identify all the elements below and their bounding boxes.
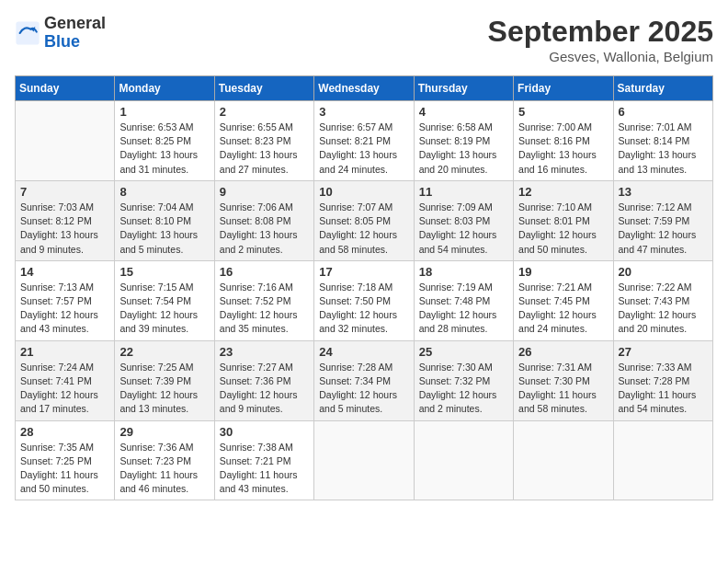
day-info: Sunrise: 6:53 AMSunset: 8:25 PMDaylight:… xyxy=(119,121,209,177)
day-number: 2 xyxy=(220,105,309,119)
day-number: 5 xyxy=(518,105,608,119)
calendar-cell: 29Sunrise: 7:36 AMSunset: 7:23 PMDayligh… xyxy=(115,420,214,500)
calendar: SundayMondayTuesdayWednesdayThursdayFrid… xyxy=(15,75,713,500)
day-info: Sunrise: 7:22 AMSunset: 7:43 PMDaylight:… xyxy=(619,281,708,337)
day-of-week-thursday: Thursday xyxy=(414,76,513,101)
day-info: Sunrise: 7:35 AMSunset: 7:25 PMDaylight:… xyxy=(20,441,109,497)
calendar-cell xyxy=(414,420,513,500)
day-of-week-saturday: Saturday xyxy=(613,76,712,101)
day-number: 24 xyxy=(319,345,408,359)
day-info: Sunrise: 6:58 AMSunset: 8:19 PMDaylight:… xyxy=(419,121,508,177)
calendar-cell: 18Sunrise: 7:19 AMSunset: 7:48 PMDayligh… xyxy=(414,260,513,340)
title-block: September 2025 Gesves, Wallonia, Belgium xyxy=(488,15,713,64)
calendar-cell: 20Sunrise: 7:22 AMSunset: 7:43 PMDayligh… xyxy=(613,260,712,340)
day-number: 28 xyxy=(20,425,109,439)
day-info: Sunrise: 7:33 AMSunset: 7:28 PMDaylight:… xyxy=(619,361,708,417)
calendar-cell: 7Sunrise: 7:03 AMSunset: 8:12 PMDaylight… xyxy=(16,180,115,260)
calendar-cell xyxy=(514,420,613,500)
day-of-week-monday: Monday xyxy=(115,76,214,101)
day-info: Sunrise: 7:03 AMSunset: 8:12 PMDaylight:… xyxy=(20,201,109,257)
week-row-5: 28Sunrise: 7:35 AMSunset: 7:25 PMDayligh… xyxy=(16,420,713,500)
day-info: Sunrise: 7:38 AMSunset: 7:21 PMDaylight:… xyxy=(220,441,309,497)
week-row-1: 1Sunrise: 6:53 AMSunset: 8:25 PMDaylight… xyxy=(16,101,713,181)
day-number: 29 xyxy=(119,425,209,439)
day-info: Sunrise: 7:01 AMSunset: 8:14 PMDaylight:… xyxy=(619,121,708,177)
day-number: 15 xyxy=(119,265,209,279)
day-number: 18 xyxy=(419,265,508,279)
calendar-cell: 8Sunrise: 7:04 AMSunset: 8:10 PMDaylight… xyxy=(115,180,214,260)
week-row-2: 7Sunrise: 7:03 AMSunset: 8:12 PMDaylight… xyxy=(16,180,713,260)
calendar-cell: 12Sunrise: 7:10 AMSunset: 8:01 PMDayligh… xyxy=(514,180,613,260)
day-number: 9 xyxy=(220,185,309,199)
calendar-cell: 30Sunrise: 7:38 AMSunset: 7:21 PMDayligh… xyxy=(214,420,313,500)
day-info: Sunrise: 7:04 AMSunset: 8:10 PMDaylight:… xyxy=(119,201,209,257)
logo: General Blue xyxy=(15,15,106,52)
day-info: Sunrise: 7:30 AMSunset: 7:32 PMDaylight:… xyxy=(419,361,508,417)
day-info: Sunrise: 7:24 AMSunset: 7:41 PMDaylight:… xyxy=(20,361,109,417)
day-number: 4 xyxy=(419,105,508,119)
calendar-cell: 21Sunrise: 7:24 AMSunset: 7:41 PMDayligh… xyxy=(16,340,115,420)
calendar-cell xyxy=(613,420,712,500)
calendar-cell xyxy=(16,101,115,181)
calendar-cell: 28Sunrise: 7:35 AMSunset: 7:25 PMDayligh… xyxy=(16,420,115,500)
calendar-cell: 23Sunrise: 7:27 AMSunset: 7:36 PMDayligh… xyxy=(214,340,313,420)
calendar-cell: 10Sunrise: 7:07 AMSunset: 8:05 PMDayligh… xyxy=(314,180,414,260)
day-of-week-wednesday: Wednesday xyxy=(314,76,414,101)
calendar-cell: 26Sunrise: 7:31 AMSunset: 7:30 PMDayligh… xyxy=(514,340,613,420)
day-number: 17 xyxy=(319,265,408,279)
calendar-cell: 1Sunrise: 6:53 AMSunset: 8:25 PMDaylight… xyxy=(115,101,214,181)
day-number: 26 xyxy=(518,345,608,359)
day-info: Sunrise: 7:31 AMSunset: 7:30 PMDaylight:… xyxy=(518,361,608,417)
day-info: Sunrise: 7:00 AMSunset: 8:16 PMDaylight:… xyxy=(518,121,608,177)
calendar-cell: 19Sunrise: 7:21 AMSunset: 7:45 PMDayligh… xyxy=(514,260,613,340)
day-of-week-tuesday: Tuesday xyxy=(214,76,313,101)
day-info: Sunrise: 7:25 AMSunset: 7:39 PMDaylight:… xyxy=(119,361,209,417)
location: Gesves, Wallonia, Belgium xyxy=(488,49,713,64)
day-info: Sunrise: 7:12 AMSunset: 7:59 PMDaylight:… xyxy=(619,201,708,257)
day-info: Sunrise: 7:16 AMSunset: 7:52 PMDaylight:… xyxy=(220,281,309,337)
day-info: Sunrise: 7:10 AMSunset: 8:01 PMDaylight:… xyxy=(518,201,608,257)
day-number: 27 xyxy=(619,345,708,359)
day-info: Sunrise: 7:15 AMSunset: 7:54 PMDaylight:… xyxy=(119,281,209,337)
day-number: 20 xyxy=(619,265,708,279)
calendar-cell: 2Sunrise: 6:55 AMSunset: 8:23 PMDaylight… xyxy=(214,101,313,181)
day-info: Sunrise: 6:55 AMSunset: 8:23 PMDaylight:… xyxy=(220,121,309,177)
page-header: General Blue September 2025 Gesves, Wall… xyxy=(15,15,713,64)
day-number: 22 xyxy=(119,345,209,359)
day-info: Sunrise: 7:18 AMSunset: 7:50 PMDaylight:… xyxy=(319,281,408,337)
month-title: September 2025 xyxy=(488,15,713,49)
day-number: 21 xyxy=(20,345,109,359)
week-row-3: 14Sunrise: 7:13 AMSunset: 7:57 PMDayligh… xyxy=(16,260,713,340)
day-number: 7 xyxy=(20,185,109,199)
days-of-week-row: SundayMondayTuesdayWednesdayThursdayFrid… xyxy=(16,76,713,101)
day-number: 23 xyxy=(220,345,309,359)
day-info: Sunrise: 7:21 AMSunset: 7:45 PMDaylight:… xyxy=(518,281,608,337)
day-number: 3 xyxy=(319,105,408,119)
calendar-cell: 17Sunrise: 7:18 AMSunset: 7:50 PMDayligh… xyxy=(314,260,414,340)
day-info: Sunrise: 7:13 AMSunset: 7:57 PMDaylight:… xyxy=(20,281,109,337)
calendar-cell: 15Sunrise: 7:15 AMSunset: 7:54 PMDayligh… xyxy=(115,260,214,340)
calendar-cell: 3Sunrise: 6:57 AMSunset: 8:21 PMDaylight… xyxy=(314,101,414,181)
day-info: Sunrise: 7:09 AMSunset: 8:03 PMDaylight:… xyxy=(419,201,508,257)
week-row-4: 21Sunrise: 7:24 AMSunset: 7:41 PMDayligh… xyxy=(16,340,713,420)
calendar-cell: 5Sunrise: 7:00 AMSunset: 8:16 PMDaylight… xyxy=(514,101,613,181)
calendar-cell: 13Sunrise: 7:12 AMSunset: 7:59 PMDayligh… xyxy=(613,180,712,260)
day-number: 13 xyxy=(619,185,708,199)
day-info: Sunrise: 6:57 AMSunset: 8:21 PMDaylight:… xyxy=(319,121,408,177)
day-info: Sunrise: 7:28 AMSunset: 7:34 PMDaylight:… xyxy=(319,361,408,417)
calendar-cell: 9Sunrise: 7:06 AMSunset: 8:08 PMDaylight… xyxy=(214,180,313,260)
calendar-cell: 24Sunrise: 7:28 AMSunset: 7:34 PMDayligh… xyxy=(314,340,414,420)
calendar-header: SundayMondayTuesdayWednesdayThursdayFrid… xyxy=(16,76,713,101)
calendar-cell: 11Sunrise: 7:09 AMSunset: 8:03 PMDayligh… xyxy=(414,180,513,260)
logo-blue: Blue xyxy=(44,33,106,52)
day-number: 19 xyxy=(518,265,608,279)
calendar-cell: 6Sunrise: 7:01 AMSunset: 8:14 PMDaylight… xyxy=(613,101,712,181)
calendar-cell: 14Sunrise: 7:13 AMSunset: 7:57 PMDayligh… xyxy=(16,260,115,340)
day-info: Sunrise: 7:19 AMSunset: 7:48 PMDaylight:… xyxy=(419,281,508,337)
calendar-cell: 25Sunrise: 7:30 AMSunset: 7:32 PMDayligh… xyxy=(414,340,513,420)
day-info: Sunrise: 7:27 AMSunset: 7:36 PMDaylight:… xyxy=(220,361,309,417)
logo-text: General Blue xyxy=(44,15,106,52)
day-number: 10 xyxy=(319,185,408,199)
day-number: 12 xyxy=(518,185,608,199)
logo-icon xyxy=(15,20,40,46)
